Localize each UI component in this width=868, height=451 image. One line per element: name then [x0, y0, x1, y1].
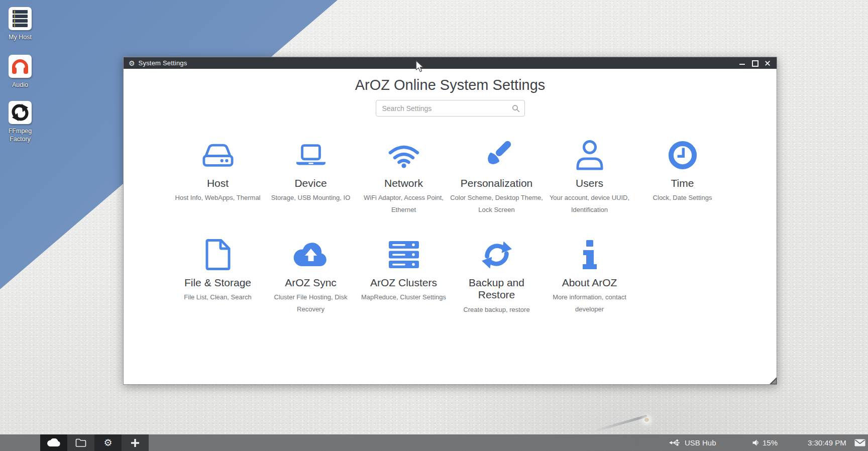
cloud-upload-icon	[264, 238, 357, 271]
window-title: System Settings	[139, 59, 187, 67]
category-name: Personalization	[450, 177, 543, 189]
server-stack-icon	[357, 238, 450, 271]
volume-level: 15%	[763, 438, 778, 447]
mouse-cursor	[415, 60, 424, 73]
maximize-icon[interactable]	[751, 60, 758, 66]
search-icon	[512, 104, 520, 112]
user-icon	[543, 139, 636, 172]
file-icon	[171, 238, 264, 271]
taskbar-button-desktop[interactable]	[40, 434, 67, 451]
category-desc: Clock, Date Settings	[636, 192, 729, 204]
category-name: Time	[636, 177, 729, 189]
desktop-icon-ffmpeg-factory[interactable]: FFmpeg Factory	[3, 101, 37, 143]
desktop-icon-column: My Host Audio FFmpeg Factory	[3, 7, 37, 157]
category-name: Backup and Restore	[450, 277, 543, 301]
category-name: File & Storage	[171, 277, 264, 289]
usb-icon	[669, 439, 681, 446]
taskbar-buttons: ⚙	[40, 434, 149, 451]
info-icon	[543, 238, 636, 271]
category-name: Device	[264, 177, 357, 189]
server-rack-icon	[9, 7, 32, 30]
category-desc: Create backup, restore	[450, 304, 543, 316]
hdd-icon	[171, 139, 264, 172]
taskbar: ⚙ USB Hub 15% 3:30:49 PM	[0, 434, 868, 451]
system-settings-window: ⚙ System Settings ArOZ Online System Set…	[123, 57, 777, 385]
recycle-arrows-icon	[9, 101, 32, 124]
taskbar-button-settings[interactable]: ⚙	[94, 434, 122, 451]
speaker-icon	[752, 439, 759, 446]
category-name: Users	[543, 177, 636, 189]
gear-icon: ⚙	[129, 60, 135, 67]
category-desc: WiFi Adaptor, Access Point, Ethernet	[357, 192, 450, 216]
minimize-icon[interactable]	[739, 60, 745, 66]
settings-category-network[interactable]: Network WiFi Adaptor, Access Point, Ethe…	[357, 139, 450, 216]
category-desc: Storage, USB Mounting, IO	[264, 192, 357, 204]
window-resize-handle[interactable]	[770, 377, 777, 384]
category-desc: Color Scheme, Desktop Theme, Lock Screen	[450, 192, 543, 216]
category-name: Network	[357, 177, 450, 189]
taskbar-button-add[interactable]	[122, 434, 149, 451]
category-desc: MapReduce, Cluster Settings	[357, 291, 450, 303]
settings-category-aroz-sync[interactable]: ArOZ Sync Cluster File Hosting, Disk Rec…	[264, 238, 357, 315]
category-name: ArOZ Clusters	[357, 277, 450, 289]
laptop-icon	[264, 139, 357, 172]
desktop-icon-label: My Host	[3, 34, 37, 42]
category-desc: Your account, device UUID, Identificatio…	[543, 192, 636, 216]
desktop-icon-label: FFmpeg Factory	[3, 128, 37, 143]
settings-category-about[interactable]: About ArOZ More information, contact dev…	[543, 238, 636, 315]
desktop-icon-my-host[interactable]: My Host	[3, 7, 37, 42]
envelope-icon	[854, 439, 865, 446]
wifi-icon	[357, 139, 450, 172]
settings-category-host[interactable]: Host Host Info, WebApps, Thermal	[171, 139, 264, 216]
clock-time: 3:30:49 PM	[808, 438, 846, 447]
window-controls	[739, 60, 773, 66]
category-desc: Cluster File Hosting, Disk Recovery	[264, 291, 357, 315]
settings-category-backup-restore[interactable]: Backup and Restore Create backup, restor…	[450, 238, 543, 315]
folder-icon	[75, 438, 86, 447]
tray-volume[interactable]: 15%	[752, 434, 778, 451]
tray-clock[interactable]: 3:30:49 PM	[808, 434, 846, 451]
category-desc: More information, contact developer	[543, 291, 636, 315]
refresh-icon	[450, 238, 543, 271]
settings-category-personalization[interactable]: Personalization Color Scheme, Desktop Th…	[450, 139, 543, 216]
search-box	[376, 100, 525, 117]
settings-category-file-storage[interactable]: File & Storage File List, Clean, Search	[171, 238, 264, 315]
settings-category-users[interactable]: Users Your account, device UUID, Identif…	[543, 139, 636, 216]
tray-usb-hub[interactable]: USB Hub	[669, 434, 716, 451]
settings-category-aroz-clusters[interactable]: ArOZ Clusters MapReduce, Cluster Setting…	[357, 238, 450, 315]
search-input[interactable]	[376, 100, 524, 116]
settings-category-device[interactable]: Device Storage, USB Mounting, IO	[264, 139, 357, 216]
headphones-icon	[9, 55, 32, 78]
wallpaper-nail	[644, 418, 649, 422]
usb-hub-label: USB Hub	[685, 438, 716, 447]
category-name: About ArOZ	[543, 277, 636, 289]
clock-icon	[636, 139, 729, 172]
desktop-icon-label: Audio	[3, 81, 37, 89]
tray-mail[interactable]	[854, 434, 865, 451]
cloud-icon	[47, 438, 61, 447]
paint-brush-icon	[450, 139, 543, 172]
desktop-icon-audio[interactable]: Audio	[3, 55, 37, 89]
gear-icon: ⚙	[103, 438, 112, 447]
category-desc: Host Info, WebApps, Thermal	[171, 192, 264, 204]
taskbar-button-files[interactable]	[67, 434, 94, 451]
settings-category-time[interactable]: Time Clock, Date Settings	[636, 139, 729, 216]
category-desc: File List, Clean, Search	[171, 291, 264, 303]
close-icon[interactable]	[764, 60, 771, 66]
plus-icon	[131, 439, 139, 447]
window-titlebar[interactable]: ⚙ System Settings	[124, 57, 777, 69]
category-name: Host	[171, 177, 264, 189]
category-name: ArOZ Sync	[264, 277, 357, 289]
settings-grid: Host Host Info, WebApps, Thermal Device …	[171, 139, 729, 338]
page-title: ArOZ Online System Settings	[124, 77, 777, 93]
window-content: ArOZ Online System Settings Host Host In…	[124, 69, 777, 385]
